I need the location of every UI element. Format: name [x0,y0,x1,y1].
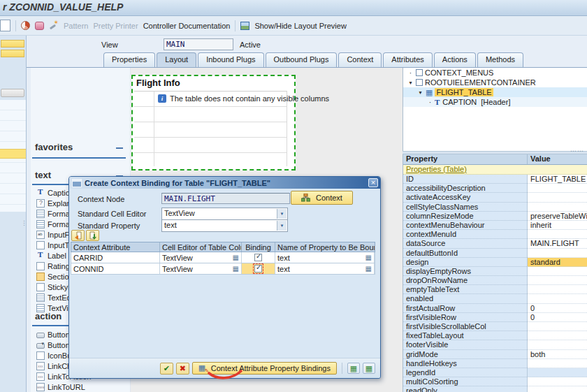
properties-group-link[interactable]: Properties (Table) [403,165,587,175]
property-value-cell[interactable] [527,267,587,276]
section-favorites[interactable]: favorites [35,142,73,152]
tree-item-rootuielementcontainer[interactable]: ROOTUIELEMENTCONTAINER [403,78,587,87]
property-row: columnResizeMode preserveTableWidth [403,212,587,221]
chevron-down-icon[interactable]: ▼ [277,221,287,231]
property-row: firstActualRow 0 [403,304,587,313]
context-attribute-property-bindings-button[interactable]: Context Attribute Property Bindings [192,362,337,375]
view-name-field[interactable]: MAIN [164,38,233,50]
property-value-cell[interactable] [527,331,587,340]
property-value-cell[interactable]: FLIGHT_TABLE [527,175,587,184]
dock-selected-row[interactable] [0,149,26,159]
binding-cell[interactable] [242,263,275,274]
close-icon[interactable]: × [368,178,378,187]
property-value-cell[interactable] [527,203,587,212]
property-name-cell[interactable]: text [275,252,375,263]
dock-yellow-field[interactable] [1,40,24,48]
standard-cell-editor-dropdown[interactable]: TextView ▼ [161,208,288,220]
tab[interactable]: Layout [157,52,196,67]
property-value-cell[interactable]: standard [527,258,587,267]
tab[interactable]: Properties [103,52,155,67]
binding-checkbox[interactable] [254,254,262,261]
property-value-cell[interactable] [527,340,587,349]
cancel-button[interactable] [176,363,189,375]
property-value-cell[interactable] [527,368,587,377]
dock-yellow-field[interactable] [1,50,24,57]
empty-table-message: The table does not contain any visible c… [170,94,329,103]
context-button[interactable]: Context [291,191,353,205]
stamp-icon[interactable] [35,22,44,30]
tab[interactable]: Actions [434,52,476,67]
property-row: design standard [403,258,587,267]
tab[interactable]: Attributes [383,52,432,67]
section-text[interactable]: text [35,170,51,180]
pie-chart-icon[interactable] [21,21,30,30]
property-value-cell[interactable]: MAIN.FLIGHT [527,239,587,248]
tree-item-label-selected: FLIGHT_TABLE [435,88,493,96]
property-row: emptyTableText [403,285,587,294]
property-value-cell[interactable] [527,184,587,193]
cell-editor-cell[interactable]: TextView [160,252,242,263]
dock-resize-handle[interactable]: ⋮ [21,222,27,225]
property-value-cell[interactable] [527,193,587,202]
property-value-cell[interactable] [527,230,587,239]
binding-checkbox[interactable] [254,265,262,273]
chevron-down-icon[interactable]: ▼ [277,209,287,219]
context-node-field[interactable]: MAIN.FLIGHT [161,193,290,204]
palette-item[interactable]: LinkToURL [36,382,129,392]
value-help-icon[interactable] [233,254,239,261]
property-value-cell[interactable] [527,359,587,368]
context-attribute-cell[interactable]: CARRID [71,252,160,263]
binding-grid-header: Context Attribute Cell Editor of Table C… [71,242,375,252]
property-value-cell[interactable] [527,249,587,258]
pattern-button[interactable]: Pattern [64,22,88,30]
property-name-cell: readOnly [403,386,527,392]
property-value-cell[interactable]: preserveTableWidth [527,212,587,221]
show-hide-layout-preview-button[interactable]: Show/Hide Layout Preview [254,22,346,30]
context-attribute-cell[interactable]: CONNID [71,263,160,274]
command-field-fragment[interactable] [0,20,10,31]
tree-item-flight-table[interactable]: ▦ FLIGHT_TABLE [403,87,587,97]
value-help-icon[interactable] [365,254,372,261]
splitter-handle-icon[interactable]: ⋯⋯ [570,147,584,154]
value-help-icon[interactable] [233,266,239,273]
icon-button-icon [36,351,45,360]
tree-item-context-menus[interactable]: CONTEXT_MENUS [403,68,587,78]
table-columns-icon[interactable] [363,363,375,374]
value-help-icon[interactable] [365,266,372,273]
dock-gray-button[interactable] [1,89,24,97]
create-context-binding-dialog: Create Context Binding for Table "FLIGHT… [68,176,381,379]
property-value-cell[interactable] [527,386,587,392]
property-value-cell[interactable]: both [527,350,587,359]
property-value-cell[interactable] [527,276,587,285]
tab[interactable]: Inbound Plugs [198,52,263,67]
magic-wand-icon[interactable] [49,21,59,30]
property-value-cell[interactable]: 0 [527,313,587,322]
tree-item-caption[interactable]: T CAPTION [Header] [403,97,587,107]
property-value-cell[interactable] [527,294,587,303]
cell-editor-cell[interactable]: TextView [160,263,242,274]
controller-documentation-button[interactable]: Controller Documentation [143,22,231,30]
property-value-cell[interactable] [527,377,587,386]
remove-row-button[interactable] [86,230,99,241]
property-name-cell: enabled [403,294,527,303]
property-value-cell[interactable] [527,322,587,331]
property-value-cell[interactable]: inherit [527,221,587,230]
pretty-printer-button[interactable]: Pretty Printer [93,22,138,30]
tab[interactable]: Methods [477,52,523,67]
property-name-cell[interactable]: text [275,263,375,274]
table-edit-icon[interactable] [347,363,360,374]
property-value-cell[interactable] [527,285,587,294]
binding-cell[interactable] [242,252,275,263]
standard-property-dropdown[interactable]: text ▼ [161,219,288,232]
collapse-minus-icon[interactable] [116,147,123,149]
property-value-cell[interactable]: 0 [527,304,587,313]
add-row-button[interactable] [71,230,85,241]
ok-button[interactable] [160,363,173,375]
dialog-titlebar[interactable]: Create Context Binding for Table "FLIGHT… [69,177,380,189]
section-action[interactable]: action [35,311,61,321]
flight-table-preview[interactable]: Flight Info i The table does not contain… [131,75,296,170]
property-column-header: Property [403,154,527,164]
sticky-note-icon [36,283,45,291]
tab[interactable]: Outbound Plugs [266,52,338,67]
tab[interactable]: Context [338,52,382,67]
